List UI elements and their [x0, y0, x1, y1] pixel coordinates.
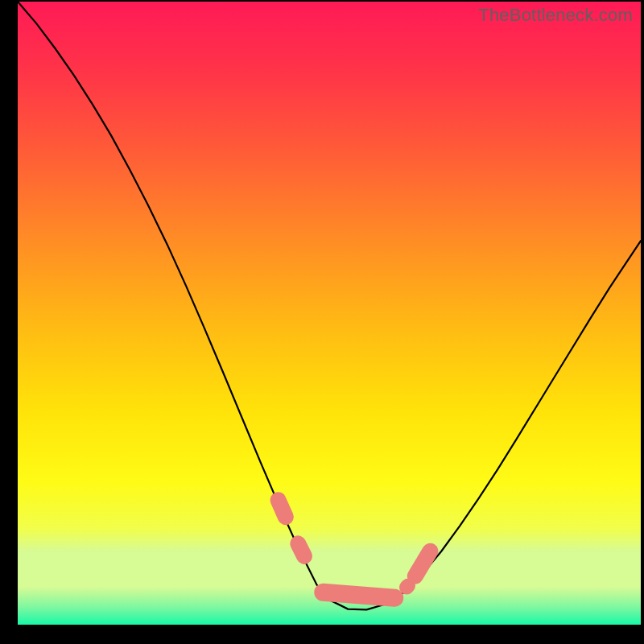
chart-stage: TheBottleneck.com — [0, 0, 644, 644]
heat-gradient — [18, 2, 641, 587]
plot-frame — [18, 2, 641, 625]
watermark-text: TheBottleneck.com — [478, 5, 633, 26]
green-band — [18, 587, 641, 625]
